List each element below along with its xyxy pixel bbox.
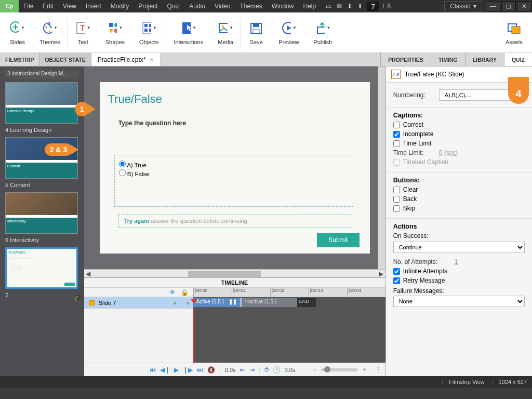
menu-edit[interactable]: Edit (38, 1, 58, 12)
scrollbar-h[interactable]: ◀ ▶ (84, 269, 385, 277)
ribbon-assets[interactable]: Assets (498, 12, 530, 52)
scroll-thumb[interactable] (188, 271, 261, 277)
end-icon[interactable]: ⏭ (197, 366, 203, 374)
tab-quiz[interactable]: QUIZ (504, 53, 532, 66)
ribbon-themes[interactable]: ▼ Themes (32, 12, 68, 52)
incomplete-checkbox[interactable] (393, 131, 400, 138)
failure-select[interactable]: None (393, 296, 525, 307)
upload-icon[interactable]: ⬆ (357, 3, 363, 10)
menu-themes[interactable]: Themes (235, 1, 267, 12)
tab-object-state[interactable]: OBJECT STATE (39, 53, 91, 66)
tab-filmstrip[interactable]: FILMSTRIP (0, 53, 39, 66)
radio-false[interactable] (119, 169, 126, 176)
answer-false[interactable]: B) False (119, 169, 349, 177)
svg-rect-22 (253, 29, 259, 33)
ribbon-save[interactable]: Save (241, 12, 271, 52)
slide-stage[interactable]: True/False Type the question here A) Tru… (100, 82, 370, 254)
skip-checkbox[interactable] (393, 205, 400, 212)
ribbon-slides[interactable]: ▼ Slides (2, 12, 32, 52)
infinite-checkbox[interactable] (393, 268, 400, 275)
zoom-slider[interactable] (321, 368, 357, 371)
tab-timing[interactable]: TIMING (431, 53, 465, 66)
question-placeholder[interactable]: Type the question here (118, 119, 186, 127)
answer-true[interactable]: A) True (119, 161, 349, 168)
retry-checkbox[interactable] (393, 277, 400, 284)
download-icon[interactable]: ⬇ (347, 3, 352, 10)
ribbon-interactions[interactable]: ▼ Interactions (166, 12, 210, 52)
menu-window[interactable]: Window (267, 1, 299, 12)
filmstrip-item-partial[interactable]: 3 Instructional Design M... (5, 70, 79, 79)
status-bar: Filmstrip View 1024 x 627 (0, 376, 532, 388)
snap-left-icon[interactable]: ⇤ (240, 366, 245, 374)
menu-insert[interactable]: Insert (81, 1, 106, 12)
playhead[interactable] (193, 309, 194, 363)
scrollbar-v[interactable] (378, 66, 385, 269)
scroll-left-icon[interactable]: ◀ (84, 270, 92, 278)
menu-project[interactable]: Project (134, 1, 162, 12)
failure-label: Failure Messages: (393, 287, 525, 295)
marker-in-icon[interactable]: ⥀ (264, 366, 269, 374)
menu-view[interactable]: View (58, 1, 81, 12)
panel-icon[interactable]: ▭ (326, 3, 331, 10)
mail-icon[interactable]: ✉ (337, 3, 342, 10)
ribbon-publish[interactable]: ▼ Publish (306, 12, 339, 52)
ribbon-preview[interactable]: ▼ Preview (271, 12, 306, 52)
callout-4: 4 (508, 77, 529, 104)
radio-true[interactable] (119, 161, 126, 167)
tick: |00:02 (270, 288, 309, 297)
lock-icon[interactable]: 🔒 (181, 289, 189, 296)
try-again-caption[interactable]: Try again answer the question before con… (118, 214, 352, 228)
timeline-ruler[interactable]: |00:00 |00:01 |00:02 |00:03 |00:04 (193, 288, 385, 297)
clear-checkbox[interactable] (393, 187, 400, 193)
filmstrip-label: 5 Content (5, 182, 79, 188)
ribbon-text[interactable]: T▼ Text (68, 12, 98, 52)
correct-checkbox[interactable] (393, 122, 400, 128)
onsuccess-select[interactable]: Continue (393, 242, 525, 253)
ribbon-assets-label: Assets (506, 39, 523, 45)
scroll-right-icon[interactable]: ▶ (377, 270, 385, 278)
zoom-out-icon[interactable]: − (313, 366, 317, 374)
slide-title[interactable]: True/False (108, 92, 162, 106)
eye-icon[interactable]: 👁 (169, 289, 176, 296)
timeline-inactive-bar[interactable]: Inactive (1.5 ) (240, 298, 297, 307)
rewind-icon[interactable]: ⏮ (150, 366, 156, 374)
menu-file[interactable]: File (19, 1, 38, 12)
menu-modify[interactable]: Modify (106, 1, 134, 12)
mute-icon[interactable]: 🔇 (207, 366, 215, 374)
submit-button[interactable]: Submit (317, 233, 359, 247)
timelimit-checkbox[interactable] (393, 140, 400, 147)
timeline-active-bar[interactable]: Active (1.5 ) ❚❚ (193, 298, 240, 307)
timeline-track[interactable]: Slide 7●● Active (1.5 ) ❚❚ Inactive (1.5… (84, 297, 385, 309)
file-tab[interactable]: PracticeFile.cptx* × (91, 53, 161, 66)
minimize-button[interactable]: — (486, 1, 500, 11)
menu-help[interactable]: Help (298, 1, 321, 12)
timeline-menu-icon[interactable]: ⋮ (375, 366, 381, 374)
tab-properties[interactable]: PROPERTIES (380, 53, 431, 66)
zoom-in-icon[interactable]: ＋ (362, 365, 368, 374)
step-fwd-icon[interactable]: ❙▶ (183, 366, 193, 374)
ribbon-media-label: Media (218, 39, 233, 45)
canvas[interactable]: 1 2 & 3 True/False Type the question her… (84, 66, 385, 269)
filmstrip-item[interactable]: Interactivity 6 Interactivity (0, 192, 84, 247)
play-icon[interactable]: ▶ (174, 366, 179, 374)
close-tab-icon[interactable]: × (150, 56, 154, 63)
back-checkbox[interactable] (393, 196, 400, 203)
workspace-dropdown[interactable]: Classic ▾ (444, 1, 482, 11)
ribbon-media[interactable]: ▼ Media (210, 12, 241, 52)
maximize-button[interactable]: ◻ (501, 1, 516, 11)
filmstrip-item[interactable]: Learning Design 4 Learning Design (0, 82, 84, 137)
step-back-icon[interactable]: ◀❙ (160, 366, 170, 374)
snap-right-icon[interactable]: ⇥ (249, 366, 255, 374)
filmstrip-item-selected[interactable]: True/False Type the question here ○ A) T… (0, 247, 84, 302)
timeout-label: Timeout Caption (403, 158, 449, 166)
ribbon-objects[interactable]: ▼ Objects (132, 12, 166, 52)
ribbon-shapes[interactable]: ▼ Shapes (98, 12, 132, 52)
current-slide-input[interactable] (367, 2, 379, 11)
menu-video[interactable]: Video (210, 1, 235, 12)
close-button[interactable]: ✕ (517, 1, 531, 11)
answer-area[interactable]: A) True B) False (114, 155, 353, 207)
infinite-label: Infinite Attempts (403, 268, 447, 275)
tab-library[interactable]: LIBRARY (465, 53, 504, 66)
menu-audio[interactable]: Audio (184, 1, 210, 12)
menu-quiz[interactable]: Quiz (163, 1, 185, 12)
